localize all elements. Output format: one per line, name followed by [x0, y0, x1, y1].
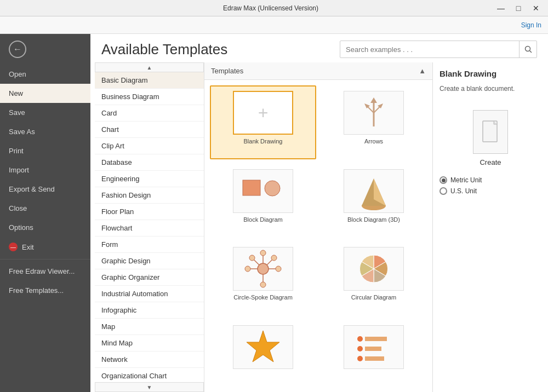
templates-panel: Templates ▲ + Blank Drawing: [204, 62, 433, 392]
category-card[interactable]: Card: [95, 105, 204, 122]
star-icon: [244, 328, 282, 366]
template-circular-diagram[interactable]: Circular Diagram: [321, 241, 427, 315]
sidebar-item-new[interactable]: New: [0, 84, 90, 103]
category-form[interactable]: Form: [95, 237, 204, 253]
metric-unit-label: Metric Unit: [450, 176, 482, 184]
template-arrows[interactable]: Arrows: [321, 85, 427, 159]
main-layout: ← Open New Save Save As Print Import Exp…: [0, 34, 548, 392]
unit-options: Metric Unit U.S. Unit: [439, 176, 541, 195]
svg-rect-32: [365, 356, 384, 361]
category-map[interactable]: Map: [95, 319, 204, 335]
svg-line-24: [254, 260, 259, 265]
create-button[interactable]: [473, 110, 508, 154]
category-industrial-automation[interactable]: Industrial Automation: [95, 286, 204, 302]
category-floor-plan[interactable]: Floor Plan: [95, 204, 204, 220]
sidebar-label-save: Save: [9, 108, 25, 117]
templates-label: Templates: [211, 67, 243, 75]
circular-diagram-icon: [349, 250, 398, 288]
category-flowchart[interactable]: Flowchart: [95, 220, 204, 237]
circular-diagram-thumb: [344, 247, 404, 291]
sidebar-label-print: Print: [9, 147, 24, 155]
sidebar-item-free-viewer[interactable]: Free Edraw Viewer...: [0, 262, 90, 281]
sidebar-item-save-as[interactable]: Save As: [0, 122, 90, 141]
category-network[interactable]: Network: [95, 351, 204, 368]
category-database[interactable]: Database: [95, 154, 204, 171]
bar-list-thumb: [344, 325, 404, 369]
us-radio[interactable]: [439, 187, 447, 195]
svg-line-22: [267, 260, 272, 265]
category-graphic-design[interactable]: Graphic Design: [95, 253, 204, 269]
sidebar-divider: [0, 259, 90, 260]
sidebar-label-options: Options: [9, 223, 33, 232]
search-icon: [524, 45, 532, 53]
template-block-diagram[interactable]: Block Diagram: [210, 164, 316, 238]
category-business-diagram[interactable]: Business Diagram: [95, 89, 204, 105]
templates-grid: + Blank Drawing: [204, 80, 432, 392]
sidebar-item-save[interactable]: Save: [0, 103, 90, 122]
sidebar-item-import[interactable]: Import: [0, 160, 90, 180]
svg-point-23: [271, 255, 277, 261]
sidebar-item-exit[interactable]: — Exit: [0, 237, 90, 257]
us-unit-label: U.S. Unit: [450, 187, 477, 195]
circle-spoke-icon: [238, 250, 288, 288]
sidebar-item-options[interactable]: Options: [0, 218, 90, 237]
sidebar-item-close[interactable]: Close: [0, 199, 90, 218]
category-basic-diagram[interactable]: Basic Diagram: [95, 72, 204, 89]
metric-radio[interactable]: [439, 176, 447, 184]
sidebar-label-save-as: Save As: [9, 128, 35, 136]
svg-point-27: [357, 336, 363, 342]
svg-rect-30: [365, 347, 381, 351]
svg-point-21: [245, 266, 250, 272]
template-star[interactable]: [210, 320, 316, 387]
minimize-button[interactable]: —: [493, 3, 509, 14]
right-panel: Blank Drawing Create a blank document. C…: [433, 62, 548, 392]
template-label-arrows: Arrows: [364, 138, 383, 145]
back-button[interactable]: ←: [9, 41, 26, 58]
svg-rect-28: [365, 337, 387, 341]
template-label-circular: Circular Diagram: [351, 294, 397, 301]
template-blank-drawing[interactable]: + Blank Drawing: [210, 85, 316, 159]
category-mind-map[interactable]: Mind Map: [95, 335, 204, 351]
right-panel-title: Blank Drawing: [439, 69, 541, 78]
right-panel-description: Create a blank document.: [439, 84, 541, 94]
category-graphic-organizer[interactable]: Graphic Organizer: [95, 269, 204, 286]
search-input[interactable]: [340, 42, 519, 57]
maximize-button[interactable]: □: [511, 3, 526, 14]
templates-scroll-up-header[interactable]: ▲: [419, 67, 426, 75]
star-thumb: [233, 325, 293, 369]
plus-icon: +: [258, 103, 269, 123]
category-infographic[interactable]: Infographic: [95, 302, 204, 319]
sidebar-label-exit: Exit: [22, 243, 34, 251]
svg-marker-26: [247, 331, 279, 362]
sidebar: ← Open New Save Save As Print Import Exp…: [0, 34, 90, 392]
sidebar-item-print[interactable]: Print: [0, 141, 90, 160]
template-circle-spoke[interactable]: Circle-Spoke Diagram: [210, 241, 316, 315]
category-scroll-up[interactable]: ▲: [95, 62, 204, 72]
category-scroll-down[interactable]: ▼: [95, 382, 204, 392]
sidebar-label-close: Close: [9, 204, 27, 212]
svg-point-15: [260, 250, 266, 256]
block-diagram-icon: [238, 172, 288, 210]
svg-rect-8: [243, 180, 260, 195]
sidebar-item-free-templates[interactable]: Free Templates...: [0, 281, 90, 300]
template-label-block: Block Diagram: [243, 216, 283, 223]
sign-in-link[interactable]: Sign In: [521, 21, 541, 29]
sidebar-label-free-templates: Free Templates...: [9, 286, 64, 295]
sidebar-item-open[interactable]: Open: [0, 65, 90, 84]
close-button[interactable]: ✕: [528, 3, 544, 14]
svg-point-29: [357, 346, 363, 351]
category-clip-art[interactable]: Clip Art: [95, 138, 204, 154]
content-body: ▲ Basic Diagram Business Diagram Card Ch…: [90, 62, 548, 392]
category-engineering[interactable]: Engineering: [95, 171, 204, 187]
us-unit-option[interactable]: U.S. Unit: [439, 187, 541, 195]
sidebar-item-export[interactable]: Export & Send: [0, 180, 90, 199]
category-chart[interactable]: Chart: [95, 122, 204, 138]
svg-marker-3: [370, 97, 377, 103]
search-button[interactable]: [519, 41, 536, 57]
window-controls: — □ ✕: [493, 3, 544, 14]
template-bar-list[interactable]: [321, 320, 427, 387]
template-block-diagram-3d[interactable]: Block Diagram (3D): [321, 164, 427, 238]
metric-unit-option[interactable]: Metric Unit: [439, 176, 541, 184]
circle-spoke-thumb: [233, 247, 293, 291]
category-fashion-design[interactable]: Fashion Design: [95, 187, 204, 204]
